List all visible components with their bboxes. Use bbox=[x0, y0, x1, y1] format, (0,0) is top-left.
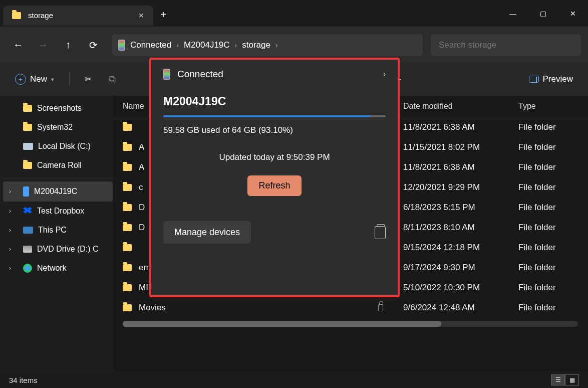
preview-button[interactable]: Preview bbox=[524, 70, 578, 88]
folder-icon bbox=[23, 124, 32, 131]
folder-icon bbox=[123, 204, 132, 211]
forward-button[interactable]: → bbox=[32, 34, 54, 56]
tab-title: storage bbox=[28, 11, 53, 20]
updated-text: Updated today at 9:50:39 PM bbox=[163, 152, 386, 162]
device-name: M2004J19C bbox=[163, 95, 386, 108]
header-date[interactable]: Date modified bbox=[403, 102, 518, 111]
separator bbox=[69, 72, 70, 86]
lock-icon bbox=[378, 304, 383, 311]
plus-icon: + bbox=[15, 74, 26, 85]
dropbox-icon bbox=[23, 207, 32, 215]
chevron-down-icon: ▾ bbox=[51, 76, 54, 83]
sidebar-item[interactable]: ›M2004J19C bbox=[3, 181, 113, 202]
sidebar-item[interactable]: Local Disk (C:) bbox=[3, 137, 113, 156]
folder-icon bbox=[123, 124, 132, 131]
maximize-button[interactable]: ▢ bbox=[528, 4, 558, 24]
close-window-button[interactable]: ✕ bbox=[558, 4, 588, 24]
phone-icon bbox=[23, 186, 29, 197]
breadcrumb[interactable]: Connected › M2004J19C › storage › bbox=[112, 34, 423, 56]
crumb-0[interactable]: Connected bbox=[130, 40, 171, 50]
folder-icon bbox=[123, 304, 132, 311]
device-popup: Connected › M2004J19C 59.58 GB used of 6… bbox=[149, 58, 400, 297]
chevron-right-icon: › bbox=[176, 41, 179, 49]
tiles-view-button[interactable]: ▦ bbox=[565, 374, 579, 385]
folder-icon bbox=[123, 264, 132, 271]
crumb-2[interactable]: storage bbox=[242, 40, 270, 50]
manage-devices-button[interactable]: Manage devices bbox=[163, 221, 251, 244]
active-tab[interactable]: storage ✕ bbox=[3, 6, 153, 26]
header-type[interactable]: Type bbox=[518, 102, 578, 111]
chevron-right-icon[interactable]: › bbox=[383, 70, 386, 79]
sidebar: ScreenshotsSystem32Local Disk (C:)Camera… bbox=[0, 96, 113, 372]
up-button[interactable]: ↑ bbox=[57, 34, 79, 56]
chevron-right-icon[interactable]: › bbox=[9, 188, 11, 195]
new-tab-button[interactable]: + bbox=[153, 9, 173, 21]
sidebar-item[interactable]: Screenshots bbox=[3, 99, 113, 118]
device-icon bbox=[118, 40, 125, 51]
chevron-right-icon: › bbox=[235, 41, 237, 49]
folder-icon bbox=[123, 244, 132, 251]
pc-icon bbox=[23, 227, 33, 234]
folder-icon bbox=[123, 284, 132, 291]
refresh-button[interactable]: Refresh bbox=[247, 175, 301, 196]
status-bar: 34 items ☰ ▦ bbox=[0, 372, 588, 388]
popup-title: Connected bbox=[177, 69, 223, 80]
new-button[interactable]: + New ▾ bbox=[10, 70, 59, 89]
folder-icon bbox=[123, 144, 132, 151]
search-input[interactable] bbox=[431, 34, 581, 56]
window-controls: — ▢ ✕ bbox=[498, 4, 588, 24]
net-icon bbox=[23, 264, 32, 273]
copy-button[interactable]: ⧉ bbox=[104, 71, 121, 88]
item-count: 34 items bbox=[9, 376, 38, 384]
chevron-right-icon[interactable]: › bbox=[9, 227, 11, 234]
device-icon bbox=[163, 69, 170, 80]
chevron-right-icon: › bbox=[275, 41, 278, 49]
close-tab-icon[interactable]: ✕ bbox=[138, 12, 144, 20]
dvd-icon bbox=[23, 246, 32, 253]
cut-button[interactable]: ✂ bbox=[80, 71, 97, 88]
storage-bar bbox=[163, 115, 386, 117]
sidebar-item[interactable]: System32 bbox=[3, 118, 113, 137]
preview-icon bbox=[529, 76, 539, 83]
chevron-right-icon[interactable]: › bbox=[9, 246, 11, 253]
folder-icon bbox=[12, 12, 21, 19]
sidebar-item[interactable]: ›Network bbox=[3, 259, 113, 278]
chevron-right-icon[interactable]: › bbox=[9, 208, 11, 215]
horizontal-scrollbar[interactable] bbox=[123, 321, 578, 327]
sidebar-item[interactable]: ›DVD Drive (D:) C bbox=[3, 240, 113, 259]
chevron-right-icon[interactable]: › bbox=[9, 265, 11, 272]
minimize-button[interactable]: — bbox=[498, 4, 528, 24]
crumb-1[interactable]: M2004J19C bbox=[184, 40, 230, 50]
back-button[interactable]: ← bbox=[7, 34, 29, 56]
drive-icon bbox=[23, 143, 33, 150]
sidebar-item[interactable]: ›Test Dropbox bbox=[3, 202, 113, 221]
table-row[interactable]: Movies9/6/2024 12:48 AMFile folder bbox=[113, 298, 588, 318]
folder-icon bbox=[123, 164, 132, 171]
folder-icon bbox=[23, 105, 32, 112]
details-view-button[interactable]: ☰ bbox=[551, 374, 565, 385]
titlebar: storage ✕ + — ▢ ✕ bbox=[0, 0, 588, 27]
storage-usage-text: 59.58 GB used of 64 GB (93.10%) bbox=[163, 125, 386, 135]
folder-icon bbox=[123, 184, 132, 191]
sidebar-item[interactable]: Camera Roll bbox=[3, 156, 113, 175]
trash-icon[interactable] bbox=[375, 226, 386, 239]
refresh-nav-button[interactable]: ⟳ bbox=[82, 34, 104, 56]
folder-icon bbox=[123, 224, 132, 231]
folder-icon bbox=[23, 162, 32, 169]
sidebar-item[interactable]: ›This PC bbox=[3, 221, 113, 240]
